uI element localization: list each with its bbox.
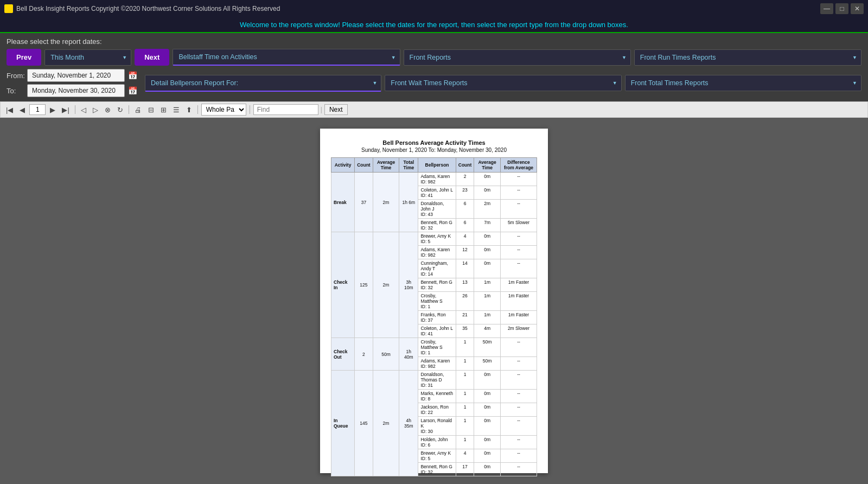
find-separator: | xyxy=(321,106,322,113)
table-row: Break372m1h 6mAdams, Karen ID: 98220m-- xyxy=(331,173,537,186)
nav-toolbar: |◀ ◀ ▶ ▶| ◁ ▷ ⊗ ↻ 🖨 ⊟ ⊞ ☰ ⬆ Whole Pa 50%… xyxy=(0,101,868,118)
find-input[interactable] xyxy=(253,104,318,115)
col-header-avg-time: Average Time xyxy=(373,158,399,173)
nav-stop-button[interactable]: ⊗ xyxy=(103,105,113,115)
page-number-input[interactable] xyxy=(29,104,46,115)
col-header-bellperson: Bellperson xyxy=(418,158,456,173)
nav-view1-button[interactable]: ⊞ xyxy=(158,105,169,115)
front-total-times-dropdown-wrapper: Front Total Times Reports ▼ xyxy=(625,75,861,91)
report-area-wrapper: |◀ ◀ ▶ ▶| ◁ ▷ ⊗ ↻ 🖨 ⊟ ⊞ ☰ ⬆ Whole Pa 50%… xyxy=(0,101,868,484)
table-row: Check Out250m1h 40mCrosby, Matthew S ID:… xyxy=(331,338,537,357)
table-row: Check In1252m3h 10mBrewer, Amy K ID: 540… xyxy=(331,232,537,246)
nav-refresh-button[interactable]: ↻ xyxy=(115,105,125,115)
bellstaff-dropdown-wrapper: Bellstaff Time on Activities ▼ xyxy=(173,49,400,66)
front-run-times-dropdown-wrapper: Front Run Times Reports ▼ xyxy=(634,49,861,66)
front-total-times-select[interactable]: Front Total Times Reports xyxy=(625,75,861,91)
prev-button[interactable]: Prev xyxy=(7,49,41,66)
col-header-bp-count: Count xyxy=(456,158,474,173)
nav-separator-4 xyxy=(250,105,250,114)
nav-forward-button[interactable]: ▷ xyxy=(91,105,100,115)
nav-view2-button[interactable]: ☰ xyxy=(171,105,182,115)
front-wait-times-select[interactable]: Front Wait Times Reports xyxy=(385,75,621,91)
to-label: To: xyxy=(7,87,24,95)
title-bar: Bell Desk Insight Reports Copyright ©202… xyxy=(0,0,868,17)
date-select-label: Please select the report dates: xyxy=(7,37,861,46)
nav-prev-button[interactable]: ◀ xyxy=(17,105,27,115)
welcome-bar: Welcome to the reports window! Please se… xyxy=(0,17,868,33)
from-date-field: From: 📅 xyxy=(7,69,137,82)
nav-export-button[interactable]: ⬆ xyxy=(184,105,194,115)
front-run-times-select[interactable]: Front Run Times Reports xyxy=(634,49,861,66)
table-row: In Queue1452m4h 35mDonaldson, Thomas D I… xyxy=(331,371,537,390)
window-title: Bell Desk Insight Reports Copyright ©202… xyxy=(16,5,280,12)
nav-back-button[interactable]: ◁ xyxy=(79,105,88,115)
nav-separator-2 xyxy=(129,105,129,114)
col-header-total-time: Total Time xyxy=(399,158,418,173)
report-page: Bell Persons Average Activity Times Sund… xyxy=(320,129,548,473)
to-date-field: To: 📅 xyxy=(7,84,137,97)
front-wait-times-dropdown-wrapper: Front Wait Times Reports ▼ xyxy=(385,75,621,91)
close-button[interactable]: ✕ xyxy=(851,3,864,14)
front-reports-dropdown-wrapper: Front Reports ▼ xyxy=(404,49,631,66)
detail-dropdown-wrapper: Detail Bellperson Report For: ▼ xyxy=(145,75,381,92)
detail-select[interactable]: Detail Bellperson Report For: xyxy=(145,75,381,92)
nav-last-button[interactable]: ▶| xyxy=(60,105,71,115)
from-calendar-icon[interactable]: 📅 xyxy=(128,71,137,80)
welcome-message: Welcome to the reports window! Please se… xyxy=(240,21,628,29)
report-title: Bell Persons Average Activity Times xyxy=(331,139,537,146)
period-dropdown-wrapper: This Month This Week Last Month Last Wee… xyxy=(44,49,131,66)
col-header-bp-diff: Difference from Average xyxy=(500,158,537,173)
find-next-button[interactable]: Next xyxy=(324,104,348,115)
nav-separator-1 xyxy=(75,105,75,114)
report-area: Bell Persons Average Activity Times Sund… xyxy=(0,118,868,484)
col-header-activity: Activity xyxy=(331,158,355,173)
front-reports-select[interactable]: Front Reports xyxy=(404,49,631,66)
main-window: Welcome to the reports window! Please se… xyxy=(0,17,868,484)
col-header-bp-avg: Average Time xyxy=(474,158,501,173)
bellstaff-select[interactable]: Bellstaff Time on Activities xyxy=(173,49,400,66)
toolbar-row2: From: 📅 To: 📅 Detail Bellperson Report F… xyxy=(7,69,861,97)
nav-first-button[interactable]: |◀ xyxy=(4,105,15,115)
report-subtitle: Sunday, November 1, 2020 To: Monday, Nov… xyxy=(331,147,537,153)
zoom-select[interactable]: Whole Pa 50% 75% 100% 125% 150% xyxy=(201,104,246,116)
nav-print-button[interactable]: 🖨 xyxy=(132,105,144,115)
minimize-button[interactable]: — xyxy=(820,3,833,14)
to-date-input[interactable] xyxy=(27,84,125,97)
maximize-button[interactable]: □ xyxy=(835,3,848,14)
from-label: From: xyxy=(7,72,24,80)
col-header-count: Count xyxy=(355,158,373,173)
toolbar-row1: Prev This Month This Week Last Month Las… xyxy=(7,49,861,66)
toolbar-area: Please select the report dates: Prev Thi… xyxy=(0,33,868,101)
nav-next-button[interactable]: ▶ xyxy=(48,105,58,115)
nav-separator-3 xyxy=(197,105,198,114)
to-calendar-icon[interactable]: 📅 xyxy=(128,86,137,95)
from-date-input[interactable] xyxy=(27,69,125,82)
period-select[interactable]: This Month This Week Last Month Last Wee… xyxy=(44,49,131,66)
app-icon xyxy=(4,4,13,13)
date-row: From: 📅 To: 📅 xyxy=(7,69,137,97)
next-button[interactable]: Next xyxy=(135,49,169,66)
report-table: Activity Count Average Time Total Time B… xyxy=(331,157,537,476)
nav-layout-button[interactable]: ⊟ xyxy=(146,105,156,115)
